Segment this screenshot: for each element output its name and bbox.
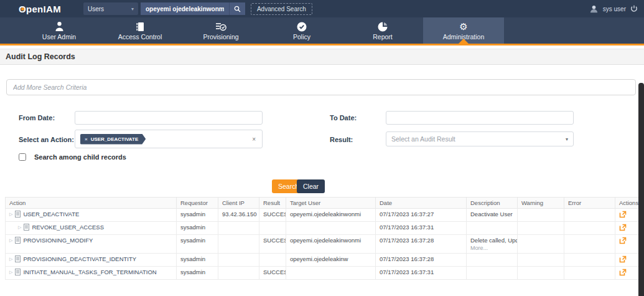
log-document-icon	[15, 255, 21, 262]
client-ip-cell	[218, 267, 259, 280]
table-row: ▷ REVOKE_USER_ACCESS sysadmin 07/17/2023…	[6, 222, 640, 235]
requestor-cell: sysadmin	[177, 209, 218, 222]
log-document-icon	[15, 237, 21, 244]
nav-label: Report	[373, 33, 393, 41]
logo-text: OpenIAM	[19, 4, 61, 14]
clear-button[interactable]: Clear	[297, 179, 325, 193]
requestor-cell: sysadmin	[177, 235, 218, 254]
result-cell: SUCCESS	[259, 209, 286, 222]
target-user-cell: opeyemi.ojedeleakinwonmi	[286, 209, 376, 222]
action-cell-label[interactable]: PROVISIONING_MODIFY	[23, 237, 93, 244]
open-record-icon[interactable]	[619, 224, 627, 232]
warning-cell	[518, 254, 564, 267]
expand-row-icon[interactable]: ▷	[9, 212, 12, 217]
warning-cell	[518, 209, 564, 222]
result-cell: SUCCESS	[259, 267, 286, 280]
col-requestor[interactable]: Requestor	[177, 198, 218, 209]
main-nav: User Admin Access Control Provisioning P…	[0, 17, 644, 45]
vertical-scrollbar[interactable]	[638, 83, 644, 296]
description-cell: Deactivate User	[467, 209, 518, 222]
col-description[interactable]: Description	[467, 198, 518, 209]
description-cell	[467, 222, 518, 235]
child-records-label: Search among child records	[34, 153, 126, 161]
result-cell	[259, 222, 286, 235]
open-record-icon[interactable]	[619, 269, 627, 277]
action-cell-label[interactable]: INITIATE_MANUAL_TASKS_FOR_TERMINATION	[23, 269, 156, 275]
requestor-cell: sysadmin	[177, 267, 218, 280]
nav-item-user-admin[interactable]: User Admin	[19, 17, 100, 44]
log-document-icon	[24, 224, 29, 231]
date-cell: 07/17/2023 16:37:28	[376, 235, 467, 254]
col-date[interactable]: Date	[376, 198, 467, 209]
warning-cell	[518, 267, 564, 280]
chevron-down-icon: ▾	[566, 136, 568, 142]
table-row: ▷ PROVISIONING_MODIFY sysadmin SUCCESS o…	[6, 235, 640, 254]
username-label[interactable]: sys user	[603, 6, 626, 12]
log-document-icon	[15, 269, 21, 275]
col-error[interactable]: Error	[564, 198, 615, 209]
open-record-icon[interactable]	[619, 237, 627, 246]
logout-power-icon[interactable]	[630, 5, 638, 12]
expand-row-icon[interactable]: ▷	[9, 257, 12, 262]
result-select[interactable]: Select an Audit Result ▾	[386, 131, 574, 146]
col-actions[interactable]: Actions	[615, 198, 640, 209]
action-tag-label: USER_DEACTIVATE	[91, 136, 139, 142]
result-cell: SUCCESS	[259, 235, 286, 254]
to-date-input[interactable]	[386, 111, 574, 125]
nav-item-provisioning[interactable]: Provisioning	[180, 17, 261, 44]
more-link[interactable]: More...	[470, 245, 513, 251]
col-target-user[interactable]: Target User	[286, 198, 376, 209]
target-user-cell: opeyemi.ojedeleakinwonmi	[286, 235, 376, 254]
open-record-icon[interactable]	[619, 255, 627, 264]
table-row: ▷ PROVISIONING_DEACTIVATE_IDENTITY sysad…	[6, 254, 640, 267]
date-cell: 07/17/2023 16:37:31	[376, 222, 467, 235]
global-search-button[interactable]	[229, 2, 245, 15]
search-scope-value: Users	[88, 6, 104, 12]
child-records-checkbox[interactable]	[19, 153, 26, 161]
action-cell-label[interactable]: PROVISIONING_DEACTIVATE_IDENTITY	[23, 255, 136, 262]
chevron-down-icon: ▾	[131, 6, 134, 12]
openiam-app: OpenIAM Users ▾ Advanced Search sys user	[0, 0, 644, 296]
col-action[interactable]: Action	[6, 198, 177, 209]
advanced-search-button[interactable]: Advanced Search	[251, 3, 312, 15]
col-client-ip[interactable]: Client IP	[218, 198, 259, 209]
col-warning[interactable]: Warning	[518, 198, 564, 209]
table-row: ▷ USER_DEACTIVATE sysadmin 93.42.36.150 …	[6, 209, 640, 222]
warning-cell	[518, 222, 564, 235]
action-cell-label[interactable]: REVOKE_USER_ACCESS	[32, 224, 104, 231]
requestor-cell: sysadmin	[177, 222, 218, 235]
expand-row-icon[interactable]: ▷	[9, 270, 12, 275]
client-ip-cell	[218, 222, 259, 235]
openiam-logo[interactable]: OpenIAM	[19, 4, 61, 14]
client-ip-cell: 93.42.36.150	[218, 209, 259, 222]
action-multiselect[interactable]: × USER_DEACTIVATE ×	[75, 130, 263, 148]
client-ip-cell	[218, 254, 259, 267]
col-result[interactable]: Result	[259, 198, 286, 209]
from-date-input[interactable]	[75, 111, 263, 125]
nav-item-policy[interactable]: Policy	[261, 17, 342, 44]
error-cell	[564, 267, 615, 280]
description-cell	[467, 267, 518, 280]
nav-label: Policy	[293, 33, 310, 41]
error-cell	[564, 209, 615, 222]
user-menu: sys user	[589, 4, 639, 14]
clear-action-icon[interactable]: ×	[251, 136, 257, 143]
provisioning-list-check-icon	[215, 21, 226, 32]
remove-tag-icon[interactable]: ×	[85, 136, 88, 142]
avatar[interactable]	[589, 4, 599, 14]
nav-item-report[interactable]: Report	[342, 17, 423, 44]
global-search-input[interactable]	[141, 2, 229, 15]
open-record-icon[interactable]	[619, 211, 627, 219]
expand-row-icon[interactable]: ▷	[9, 238, 12, 243]
search-icon	[234, 6, 241, 12]
error-cell	[564, 235, 615, 254]
search-scope-select[interactable]: Users ▾	[83, 2, 138, 15]
date-cell: 07/17/2023 16:37:27	[376, 209, 467, 222]
add-search-criteria-input[interactable]	[6, 79, 636, 95]
target-user-cell	[286, 267, 376, 280]
expand-row-icon[interactable]: ▷	[18, 225, 21, 230]
error-cell	[564, 222, 615, 235]
action-cell-label[interactable]: USER_DEACTIVATE	[23, 211, 79, 217]
nav-item-access-control[interactable]: Access Control	[100, 17, 180, 44]
nav-item-administration[interactable]: ⚙ Administration	[423, 17, 504, 44]
